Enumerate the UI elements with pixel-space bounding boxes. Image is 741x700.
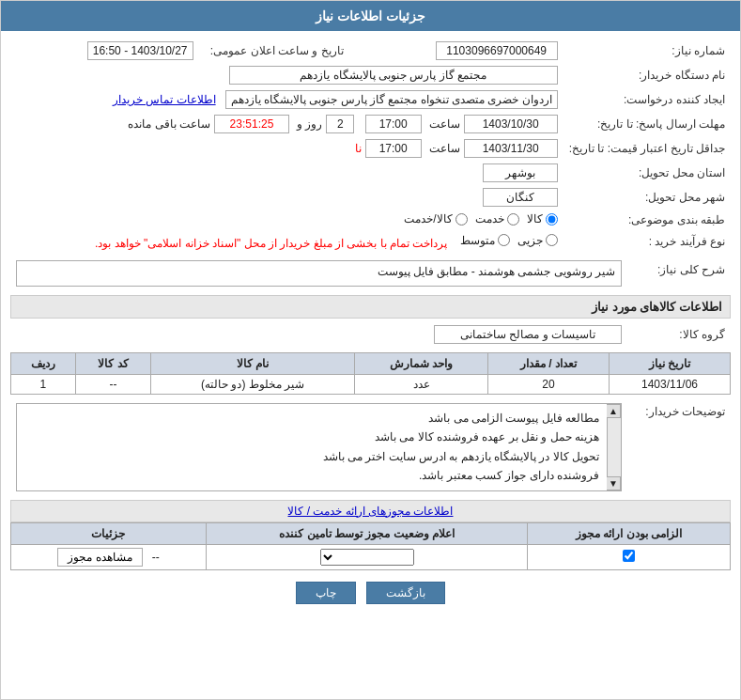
sharh-input[interactable]: شیر روشویی جشمی هوشمند - مطابق فایل پیوس… [16,260,622,287]
khadamat-radio-label: خدمت [475,212,504,226]
services-link[interactable]: اطلاعات مجوزهای ارائه خدمت / کالا [287,505,453,518]
goods-section-title: اطلاعات کالاهای مورد نیاز [10,295,731,319]
mohlat-row: 1403/10/30 ساعت 17:00 2 روز و 23:51:25 س… [10,112,563,136]
nam-kala-cell: شیر مخلوط (دو حالته) [150,375,354,395]
tarikh-elan-input: 1403/10/27 - 16:50 [87,41,193,60]
page-wrapper: جزئیات اطلاعات نیاز شماره نیاز: 11030966… [0,0,741,700]
alam-header: اعلام وضعیت مجوز توسط تامین کننده [206,522,527,544]
ostan-input: بوشهر [483,163,558,182]
elzami-cell [528,544,731,569]
radif-cell: 1 [11,375,76,395]
kod-kala-cell: -- [75,375,150,395]
mohlat-label: مهلت ارسال پاسخ: تا تاریخ: [563,112,731,136]
goods-table: تاریخ نیاز تعداد / مقدار واحد شمارش نام … [10,352,731,395]
kala-khadamat-radio-label: کالا/خدمت [404,212,452,226]
mohlat-baqi-label: ساعت باقی مانده [128,117,210,131]
noe-farayand-row: جزیی متوسط پرداخت تمام با بخشی از مبلغ خ… [10,231,563,253]
sharh-value-cell: شیر روشویی جشمی هوشمند - مطابق فایل پیوس… [10,257,627,289]
noe-farayand-radio-group: جزیی متوسط [460,234,558,247]
mohlat-time: 17:00 [365,115,422,133]
shahr-label: شهر محل تحویل: [563,185,731,210]
tabaghe-radios: کالا خدمت کالا/خدمت [10,210,563,231]
sharh-label: شرح کلی نیاز: [627,257,731,289]
group-input: تاسیسات و مصالح ساختمانی [434,325,622,344]
ijad-konande-value: اردوان خضری متصدی تنخواه مجتمع گاز پارس … [10,87,563,112]
shahr-input: کنگان [483,188,558,207]
services-row: -- مشاهده مجوز [11,544,731,569]
sharh-table: شرح کلی نیاز: شیر روشویی جشمی هوشمند - م… [10,257,731,289]
ostan-value: بوشهر [10,161,563,185]
kala-radio-input[interactable] [546,213,558,226]
mohlat-roz-label: روز و [297,117,322,131]
noe-farayand-label: نوع فرآیند خرید : [563,231,731,253]
jozii-radio-input[interactable] [546,234,558,246]
ijad-konande-label: ایجاد کننده درخواست: [563,87,731,112]
group-table: گروه کالا: تاسیسات و مصالح ساختمانی [10,322,731,347]
scroll-up[interactable]: ▲ [606,404,621,418]
notes-label: توضیحات خریدار: [627,400,731,494]
motevaset-radio: متوسط [460,234,510,247]
note-line-2: هزینه حمل و نقل بر عهده فروشنده کالا می … [24,428,599,446]
footer-buttons: بازگشت چاپ [10,582,731,604]
note-line-1: مطالعه فایل پیوست الزامی می باشد [24,409,599,428]
jadaval-saat-label: ساعت [429,142,460,155]
vahed-cell: عدد [355,375,488,395]
tabaghe-radio-group: کالا خدمت کالا/خدمت [404,212,557,226]
back-button[interactable]: بازگشت [366,582,445,604]
jozii-radio-label: جزیی [517,234,543,247]
elzami-header: الزامی بودن ارائه مجوز [528,522,731,544]
scroll-down[interactable]: ▼ [606,476,621,490]
alam-dropdown[interactable] [320,549,414,566]
show-mojaz-button[interactable]: مشاهده مجوز [57,548,142,567]
note-line-3: تحویل کالا در پالایشگاه یازدهم به ادرس س… [24,447,599,466]
services-section: اطلاعات مجوزهای ارائه خدمت / کالا الزامی… [10,500,731,570]
print-button[interactable]: چاپ [296,582,356,604]
etelaat-tamas-link[interactable]: اطلاعات تماس خریدار [113,93,216,106]
motevaset-radio-input[interactable] [498,234,510,246]
notes-cell: ▲ ▼ مطالعه فایل پیوست الزامی می باشد هزی… [10,400,627,494]
kod-kala-header: کد کالا [75,353,150,375]
kala-khadamat-radio: کالا/خدمت [404,212,467,226]
page-title: جزئیات اطلاعات نیاز [316,8,425,23]
shomare-niaz-label: شماره نیاز: [563,39,731,63]
mohlat-date: 1403/10/30 [464,115,558,133]
notes-container: ▲ ▼ مطالعه فایل پیوست الزامی می باشد هزی… [16,403,622,491]
tarikh-cell: 1403/11/06 [609,375,730,395]
elzami-checkbox[interactable] [623,550,635,562]
group-value-cell: تاسیسات و مصالح ساختمانی [10,322,627,347]
khadamat-radio-input[interactable] [507,213,519,226]
note-line-4: فروشنده دارای جواز کسب معتبر باشد. [24,466,599,485]
tedad-header: تعداد / مقدار [488,353,610,375]
nam-kala-header: نام کالا [150,353,354,375]
services-section-link: اطلاعات مجوزهای ارائه خدمت / کالا [10,500,731,522]
khadamat-radio: خدمت [475,212,519,226]
shahr-value: کنگان [10,185,563,210]
vahed-header: واحد شمارش [355,353,488,375]
na-label: نا [355,142,362,155]
alam-cell [206,544,527,569]
joziyat-value: -- [152,551,160,564]
mohlat-saat-label: ساعت [429,117,460,131]
joziyat-header: جزئیات [11,522,207,544]
jadaval-row-flex: 1403/11/30 ساعت 17:00 نا [16,139,558,158]
jadaval-row: 1403/11/30 ساعت 17:00 نا [10,136,563,161]
mohlat-row-flex: 1403/10/30 ساعت 17:00 2 روز و 23:51:25 س… [16,115,558,133]
services-table: الزامی بودن ارائه مجوز اعلام وضعیت مجوز … [10,522,731,570]
nam-dastgah-value: مجتمع گاز پارس جنوبی پالایشگاه یازدهم [10,63,563,87]
kala-khadamat-radio-input[interactable] [455,213,468,226]
radif-header: ردیف [11,353,76,375]
mohlat-countdown: 23:51:25 [214,115,289,133]
kala-radio: کالا [527,212,558,226]
motevaset-radio-label: متوسط [460,234,495,247]
joziyat-cell: -- مشاهده مجوز [11,544,207,569]
pardakht-text: پرداخت تمام با بخشی از مبلغ خریدار از مح… [95,236,447,249]
jadaval-date: 1403/11/30 [464,139,558,158]
page-header: جزئیات اطلاعات نیاز [1,1,740,31]
mohlat-roz-value: 2 [326,115,354,133]
tedad-cell: 20 [488,375,610,395]
ijad-konande-input: اردوان خضری متصدی تنخواه مجتمع گاز پارس … [225,90,558,109]
jadaval-time: 17:00 [365,139,422,158]
tarikh-niaz-header: تاریخ نیاز [609,353,730,375]
nam-dastgah-label: نام دستگاه خریدار: [563,63,731,87]
tarikh-elan-label: تاریخ و ساعت اعلان عمومی: [199,39,349,63]
